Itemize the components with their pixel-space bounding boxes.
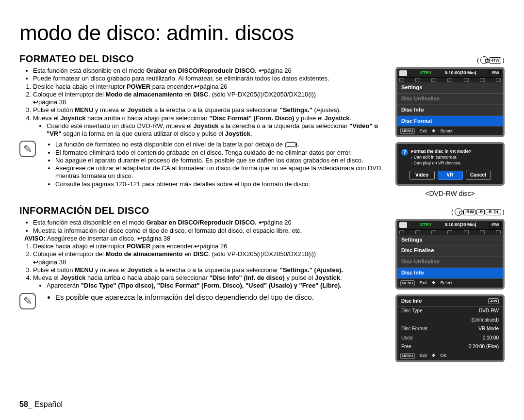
dialog-line: - Can edit in camcorder. [411,155,472,161]
camera-mini-icon [399,70,407,76]
list-item: Esta función está disponible en el modo … [33,67,387,75]
list-item: Muestra la información del disco como el… [33,227,387,235]
exit-label: Exit [420,280,427,286]
question-icon: ? [401,149,408,156]
page-ref-icon [137,235,143,242]
menu-tag: MENU [400,280,415,286]
page-ref-icon [259,219,264,226]
camera-icon [455,208,462,216]
section1-badges: ( -RW ) [477,56,505,64]
menu-tag: MENU [400,128,415,134]
disc-rdl-badge: -R DL [486,209,502,215]
page-footer: 58_ Español [19,400,63,409]
section2-badges: ( -RW -R -R DL ) [451,208,505,216]
rw-mini-badge: -RW [488,298,499,305]
section2-intro-list: Esta función está disponible en el modo … [19,219,387,235]
list-item: Consulte las páginas 120~121 para obtene… [55,180,387,188]
timecode-label: 0:10:00[30 Min] [444,222,476,227]
page-ref-icon [33,98,38,106]
format-dialog: ? Format the disc in VR mode? - Can edit… [395,142,505,186]
section1-notes: La función de formateo no está disponibl… [42,141,387,188]
joystick-icon: ✥ [432,280,436,286]
section2-heading: INFORMACIÓN DEL DISCO [19,205,149,217]
footer-lang: Español [34,400,63,408]
menu-item[interactable]: Disc Unfinalise [397,257,503,268]
joystick-icon: ✥ [432,129,436,134]
dialog-vr-button[interactable]: VR [438,171,463,180]
select-label: Select [441,280,453,286]
stby-label: STBY [420,70,432,76]
exit-label: Exit [420,129,427,134]
page-ref-icon [259,67,264,74]
camera-mini-icon [399,222,407,228]
camera-icon [480,56,488,64]
disc-rw-badge: -RW [463,209,475,215]
list-item: Pulse el botón MENU y mueva el Joystick … [33,266,387,274]
section1-steps: Deslice hacia abajo el interruptor POWER… [19,83,387,138]
menu-item-selected[interactable]: Disc Info [397,268,503,279]
list-item: Deslice hacia abajo el interruptor POWER… [33,83,387,91]
note-icon: ✎ [19,141,36,157]
menu-item-selected[interactable]: Disc Format [397,116,503,127]
joystick-icon: ✥ [432,353,436,358]
page-number: 58 [19,400,28,408]
select-label: Select [441,129,453,134]
page-ref-icon [194,83,199,90]
disc-r-badge: -R [476,209,485,215]
list-item: Esta función está disponible en el modo … [33,219,387,226]
stby-label: STBY [420,222,432,227]
section1-heading: FORMATEO DEL DISCO [19,53,134,65]
exit-label: Exit [420,353,427,358]
note-icon: ✎ [19,293,36,309]
dialog-question: Format the disc in VR mode? [411,149,472,155]
list-item: Coloque el interruptor del Modo de almac… [33,91,387,107]
aviso-line: AVISO: Asegúrese de insertar un disco. p… [19,235,387,242]
disc-info-panel: Disc Info -RW Disc TypeDVD-RW (Unfinalis… [395,294,505,362]
section2-note: Es posible que aparezca la información d… [42,293,314,302]
menu-heading: Settings [397,82,503,94]
list-item: Cuando esté insertado un disco DVD-RW, m… [47,122,387,138]
section2-steps: Deslice hacia abajo el interruptor POWER… [19,242,387,290]
list-item: Pulse el botón MENU y mueva el Joystick … [33,106,387,114]
disc-info-title: Disc Info [401,298,422,305]
section1-header: FORMATEO DEL DISCO ( -RW ) [19,53,505,65]
list-item: Aparecerán "Disc Type" (Tipo disco), "Di… [47,282,387,290]
rw-mini-badge: -RW [489,222,501,228]
section1-intro-list: Esta función está disponible en el modo … [19,67,387,83]
ok-label: OK [441,353,447,358]
list-item: La función de formateo no está disponibl… [55,141,387,148]
list-item: Es posible que aparezca la información d… [55,293,314,302]
list-item: Asegúrese de utilizar el adaptador de CA… [55,164,387,180]
dialog-line: - Can play on VR devices. [411,161,472,166]
indicator-row [397,78,503,82]
section2-header: INFORMACIÓN DEL DISCO ( -RW -R -R DL ) [19,205,505,217]
dialog-video-button[interactable]: Video [409,171,435,180]
indicator-row [397,230,503,235]
page-title: modo de disco: admin. discos [19,19,505,46]
dvd-rw-caption: <DVD-RW disc> [395,190,505,198]
dialog-cancel-button[interactable]: Cancel [466,171,491,180]
page-ref-icon [194,242,199,250]
device-screen-settings-info: STBY 0:10:00[30 Min] -RW Settings Disc F… [395,219,505,289]
list-item: Deslice hacia abajo el interruptor POWER… [33,242,387,250]
page-ref-icon [33,258,38,266]
disc-rw-badge: -RW [489,57,501,64]
list-item: Puede formatear un disco grabado para re… [33,75,387,82]
battery-icon [287,142,295,147]
menu-heading: Settings [397,235,503,246]
menu-item[interactable]: Disc Finalise [397,245,503,257]
list-item: Mueva el Joystick hacia arriba o hacia a… [33,114,387,138]
timecode-label: 0:10:00[30 Min] [444,70,476,76]
menu-item[interactable]: Disc Unfinalise [397,94,503,105]
list-item: Coloque el interruptor del Modo de almac… [33,250,387,266]
device-screen-settings-format: STBY 0:10:00[30 Min] -RW Settings Disc U… [395,67,505,137]
list-item: Mueva el Joystick hacia arriba o hacia a… [33,274,387,290]
list-item: El formateo eliminará todo el contenido … [55,149,387,157]
menu-item[interactable]: Disc Info [397,105,503,116]
list-item: No apague el aparato durante el proceso … [55,157,387,164]
menu-tag: MENU [400,353,415,359]
rw-mini-badge: -RW [489,70,501,76]
